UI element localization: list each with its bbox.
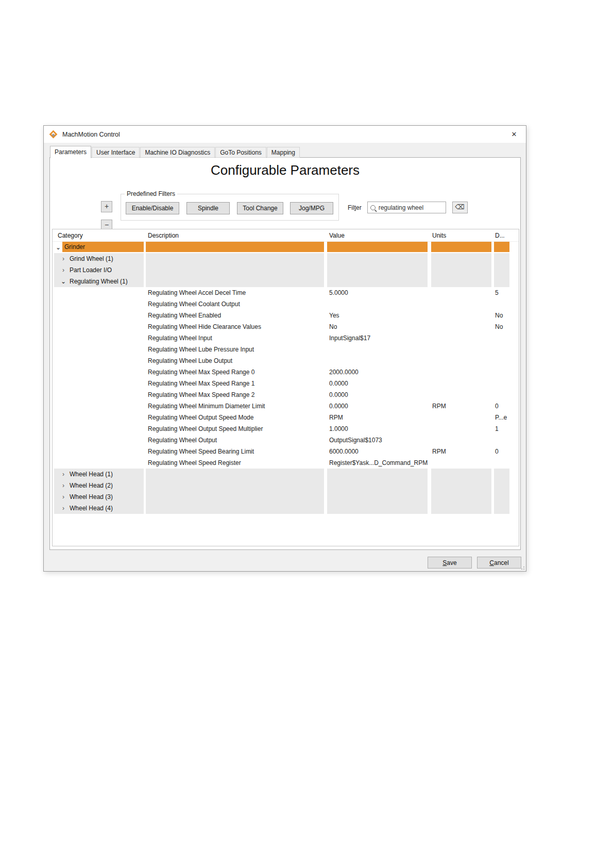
tab-machine-io-diagnostics[interactable]: Machine IO Diagnostics [140, 147, 215, 158]
param-units[interactable] [431, 344, 491, 355]
chevron-down-icon[interactable]: ⌄ [54, 244, 62, 251]
filter-button-enable-disable[interactable]: Enable/Disable [126, 202, 179, 214]
param-value[interactable]: 1.0000 [327, 423, 428, 435]
param-value[interactable]: 0.0000 [327, 389, 428, 400]
column-header-description[interactable]: Description [146, 229, 324, 242]
chevron-right-icon[interactable]: › [59, 471, 67, 478]
save-button[interactable]: Save [428, 557, 472, 569]
param-value[interactable] [327, 355, 428, 366]
param-units[interactable] [431, 378, 491, 389]
param-description[interactable]: Regulating Wheel Max Speed Range 0 [146, 366, 324, 378]
param-units[interactable] [431, 298, 491, 310]
row-filler-cell [494, 242, 509, 253]
param-description[interactable]: Regulating Wheel Input [146, 332, 324, 344]
param-value[interactable]: No [327, 321, 428, 332]
table-row: Regulating Wheel Lube Output [53, 355, 519, 366]
tree-item-label: Regulating Wheel (1) [70, 278, 128, 285]
row-filler-cell [494, 469, 509, 480]
tab-goto-positions[interactable]: GoTo Positions [215, 147, 266, 158]
tab-mapping[interactable]: Mapping [267, 147, 300, 158]
param-description[interactable]: Regulating Wheel Hide Clearance Values [146, 321, 324, 332]
filter-search-input[interactable]: regulating wheel [367, 202, 446, 213]
tree-item-part-loader-i-o[interactable]: ›Part Loader I/O [54, 264, 144, 276]
parameter-grid-rows: ⌄Grinder›Grind Wheel (1)›Part Loader I/O… [53, 242, 519, 514]
backspace-icon: ⌫ [455, 203, 464, 211]
param-value[interactable]: 6000.0000 [327, 446, 428, 457]
filter-button-jog-mpg[interactable]: Jog/MPG [290, 202, 333, 214]
table-row: Regulating Wheel Output Speed Multiplier… [53, 423, 519, 435]
param-value[interactable]: 5.0000 [327, 287, 428, 298]
clear-filter-button[interactable]: ⌫ [452, 202, 468, 213]
tree-item-grind-wheel-1[interactable]: ›Grind Wheel (1) [54, 253, 144, 264]
tree-item-regulating-wheel-1[interactable]: ⌄Regulating Wheel (1) [54, 276, 144, 287]
tree-item-wheel-head-4[interactable]: ›Wheel Head (4) [54, 503, 144, 514]
param-description[interactable]: Regulating Wheel Minimum Diameter Limit [146, 400, 324, 412]
param-units[interactable] [431, 423, 491, 435]
category-cell-empty [54, 298, 144, 310]
param-units[interactable] [431, 366, 491, 378]
expand-all-button[interactable]: + [101, 201, 112, 212]
param-description[interactable]: Regulating Wheel Max Speed Range 1 [146, 378, 324, 389]
param-value[interactable]: Yes [327, 310, 428, 321]
tree-item-grinder[interactable]: ⌄Grinder [54, 242, 144, 253]
param-units[interactable] [431, 287, 491, 298]
row-filler-cell [431, 491, 491, 503]
param-value[interactable]: 0.0000 [327, 378, 428, 389]
param-default: No [494, 321, 509, 332]
row-filler-cell [146, 469, 324, 480]
param-description[interactable]: Regulating Wheel Enabled [146, 310, 324, 321]
column-header-value[interactable]: Value [327, 229, 428, 242]
param-value[interactable]: 0.0000 [327, 400, 428, 412]
column-header-category[interactable]: Category [54, 229, 144, 242]
param-value[interactable] [327, 344, 428, 355]
resize-grip[interactable] [519, 564, 524, 570]
param-description[interactable]: Regulating Wheel Output Speed Multiplier [146, 423, 324, 435]
param-units[interactable] [431, 310, 491, 321]
param-description[interactable]: Regulating Wheel Lube Output [146, 355, 324, 366]
tree-item-wheel-head-2[interactable]: ›Wheel Head (2) [54, 480, 144, 491]
param-value[interactable]: OutputSignal$1073 [327, 435, 428, 446]
tree-item-wheel-head-1[interactable]: ›Wheel Head (1) [54, 469, 144, 480]
table-row: ›Grind Wheel (1) [53, 253, 519, 264]
param-units[interactable] [431, 321, 491, 332]
chevron-right-icon[interactable]: › [59, 493, 67, 500]
param-units[interactable] [431, 412, 491, 423]
cancel-button[interactable]: Cancel [477, 557, 521, 569]
close-icon[interactable]: ✕ [507, 129, 521, 140]
param-units[interactable]: RPM [431, 400, 491, 412]
param-default [494, 366, 509, 378]
param-description[interactable]: Regulating Wheel Output Speed Mode [146, 412, 324, 423]
param-description[interactable]: Regulating Wheel Output [146, 435, 324, 446]
param-description[interactable]: Regulating Wheel Accel Decel Time [146, 287, 324, 298]
param-units[interactable] [431, 332, 491, 344]
param-description[interactable]: Regulating Wheel Coolant Output [146, 298, 324, 310]
param-units[interactable] [431, 355, 491, 366]
param-units[interactable] [431, 435, 491, 446]
tab-parameters[interactable]: Parameters [50, 146, 91, 158]
param-value[interactable]: RPM [327, 412, 428, 423]
param-value[interactable]: 2000.0000 [327, 366, 428, 378]
chevron-down-icon[interactable]: ⌄ [59, 278, 67, 285]
param-value[interactable]: InputSignal$17 [327, 332, 428, 344]
chevron-right-icon[interactable]: › [59, 266, 67, 274]
chevron-right-icon[interactable]: › [59, 255, 67, 262]
param-description[interactable]: Regulating Wheel Speed Bearing Limit [146, 446, 324, 457]
tree-item-wheel-head-3[interactable]: ›Wheel Head (3) [54, 491, 144, 503]
param-description[interactable]: Regulating Wheel Speed Register [146, 457, 324, 469]
search-icon [370, 205, 376, 210]
param-value[interactable]: Register$Yask...D_Command_RPM [327, 457, 428, 469]
parameter-grid: CategoryDescriptionValueUnitsD... ⌄Grind… [52, 229, 519, 546]
chevron-right-icon[interactable]: › [59, 482, 67, 489]
param-description[interactable]: Regulating Wheel Lube Pressure Input [146, 344, 324, 355]
filter-button-spindle[interactable]: Spindle [186, 202, 230, 214]
param-units[interactable] [431, 457, 491, 469]
chevron-right-icon[interactable]: › [59, 505, 67, 512]
filter-button-tool-change[interactable]: Tool Change [237, 202, 283, 214]
param-units[interactable] [431, 389, 491, 400]
column-header-units[interactable]: Units [431, 229, 491, 242]
column-header-d[interactable]: D... [494, 229, 509, 242]
param-units[interactable]: RPM [431, 446, 491, 457]
param-value[interactable] [327, 298, 428, 310]
tab-user-interface[interactable]: User Interface [92, 147, 140, 158]
param-description[interactable]: Regulating Wheel Max Speed Range 2 [146, 389, 324, 400]
